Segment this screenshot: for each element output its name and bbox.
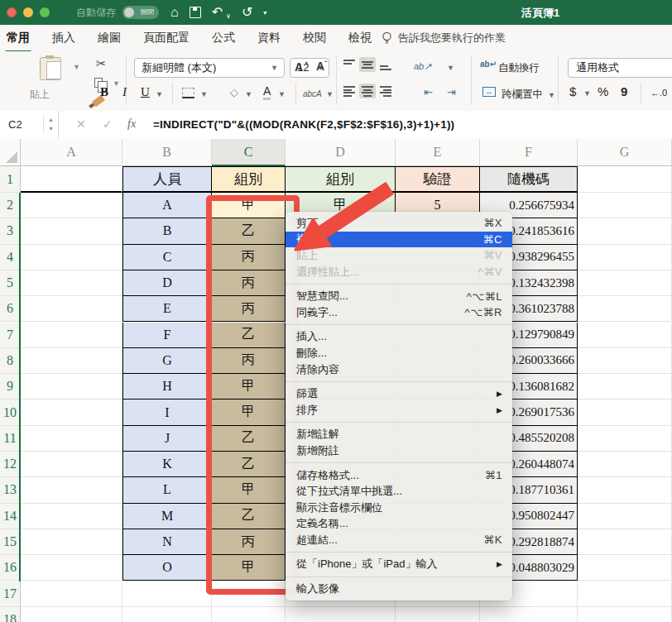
align-bottom-icon[interactable] <box>377 57 394 72</box>
home-icon[interactable]: ⌂ <box>170 6 179 19</box>
cell-A4[interactable] <box>21 245 122 270</box>
cell-G10[interactable] <box>578 400 672 425</box>
cell-E1[interactable]: 驗證 <box>396 166 480 193</box>
cell-B5[interactable]: D <box>122 270 212 296</box>
name-box[interactable]: C2 ▲▼ <box>0 111 59 138</box>
cell-G1[interactable] <box>578 166 672 193</box>
percent-format-icon[interactable]: % <box>598 84 608 98</box>
cell-G18[interactable] <box>578 607 672 622</box>
cell-B7[interactable]: F <box>122 323 212 348</box>
tab-繪圖[interactable]: 繪圖 <box>98 31 121 45</box>
copy-chevron-icon[interactable]: ▼ <box>113 79 120 88</box>
cell-B13[interactable]: L <box>122 477 212 503</box>
cell-G4[interactable] <box>578 245 672 270</box>
cell-A7[interactable] <box>21 323 122 348</box>
cell-A6[interactable] <box>21 296 122 322</box>
cell-B12[interactable]: K <box>122 452 212 477</box>
menu-item-儲存格格式[interactable]: 儲存格格式...⌘1 <box>286 467 512 484</box>
toolbar-more-icon[interactable]: ▾ <box>263 9 266 17</box>
save-icon[interactable] <box>190 7 201 18</box>
shrink-font-icon[interactable]: Aˇ <box>316 60 327 73</box>
menu-item-從「iPhone」或「iPad」輸入[interactable]: 從「iPhone」或「iPad」輸入▶ <box>286 557 512 573</box>
formula-input[interactable]: =INDIRECT("D"&((MOD(RANK(F2,$F$2:$F$16),… <box>153 118 454 131</box>
cell-A18[interactable] <box>21 607 122 622</box>
cell-A1[interactable] <box>21 166 122 193</box>
cell-G3[interactable] <box>578 218 672 244</box>
row-header-17[interactable]: 17 <box>0 581 21 607</box>
cell-B18[interactable] <box>122 607 212 622</box>
tell-me-box[interactable]: 告訴我您要執行的作業 <box>382 31 506 45</box>
cell-A2[interactable] <box>21 193 122 218</box>
column-header-C[interactable]: C <box>212 139 286 166</box>
column-header-D[interactable]: D <box>286 139 396 166</box>
cell-B15[interactable]: N <box>122 529 212 555</box>
menu-item-剪下[interactable]: 剪下⌘X <box>286 215 512 232</box>
cell-D18[interactable] <box>286 607 396 622</box>
fill-color-chevron-icon[interactable]: ▼ <box>245 90 252 98</box>
align-center-icon[interactable] <box>359 84 376 98</box>
cell-A12[interactable] <box>21 452 122 477</box>
row-header-6[interactable]: 6 <box>0 296 21 322</box>
menu-item-刪除[interactable]: 刪除... <box>286 345 512 361</box>
bold-button[interactable]: B <box>100 85 108 99</box>
orientation-chevron-icon[interactable]: ▼ <box>447 64 454 72</box>
row-header-5[interactable]: 5 <box>0 270 21 296</box>
text-effects-chevron-icon[interactable]: ▼ <box>326 90 334 98</box>
menu-item-篩選[interactable]: 篩選▶ <box>286 385 512 402</box>
cell-B17[interactable] <box>122 581 212 607</box>
cell-C18[interactable] <box>212 607 286 622</box>
menu-item-新增註解[interactable]: 新增註解 <box>286 427 512 443</box>
zoom-window-button[interactable] <box>40 7 50 17</box>
row-header-18[interactable]: 18 <box>0 607 21 622</box>
redo-icon[interactable]: ↺ <box>242 6 252 19</box>
paste-button-label[interactable]: 貼上 <box>30 88 50 102</box>
column-header-B[interactable]: B <box>122 139 212 166</box>
cell-A10[interactable] <box>21 400 122 425</box>
cell-A13[interactable] <box>21 477 122 503</box>
paste-icon[interactable] <box>40 57 61 80</box>
menu-item-輸入影像[interactable]: 輸入影像 <box>286 581 512 597</box>
tab-常用[interactable]: 常用 <box>7 31 30 45</box>
currency-chevron-icon[interactable]: ▼ <box>583 89 591 98</box>
cell-A3[interactable] <box>21 218 122 244</box>
cell-G6[interactable] <box>578 296 672 322</box>
row-header-15[interactable]: 15 <box>0 529 21 555</box>
row-header-16[interactable]: 16 <box>0 555 21 581</box>
cell-D1[interactable]: 組別 <box>286 166 396 193</box>
row-header-10[interactable]: 10 <box>0 400 21 425</box>
cell-B4[interactable]: C <box>122 245 212 270</box>
borders-chevron-icon[interactable]: ▼ <box>200 90 208 98</box>
cell-B11[interactable]: J <box>122 426 212 452</box>
row-header-2[interactable]: 2 <box>0 193 21 218</box>
autosave-toggle[interactable]: 關閉 <box>122 6 159 19</box>
paste-chevron-icon[interactable]: ▼ <box>73 63 80 71</box>
cell-G7[interactable] <box>578 323 672 348</box>
row-header-3[interactable]: 3 <box>0 218 21 244</box>
undo-icon[interactable]: ↶ <box>212 6 223 19</box>
cell-G5[interactable] <box>578 270 672 296</box>
cell-G2[interactable] <box>578 193 672 218</box>
menu-item-同義字[interactable]: 同義字...^⌥⌘R <box>286 304 512 321</box>
cell-A14[interactable] <box>21 504 122 529</box>
cell-G12[interactable] <box>578 452 672 477</box>
menu-item-排序[interactable]: 排序▶ <box>286 402 512 419</box>
increase-decimal-icon[interactable]: ←.0 <box>650 88 667 98</box>
cell-G15[interactable] <box>578 529 672 555</box>
row-header-12[interactable]: 12 <box>0 452 21 477</box>
menu-item-從下拉式清單中挑選[interactable]: 從下拉式清單中挑選... <box>286 483 512 500</box>
menu-item-清除內容[interactable]: 清除內容 <box>286 361 512 378</box>
orientation-icon[interactable]: ab↗ <box>414 61 431 72</box>
cell-F18[interactable] <box>480 607 578 622</box>
align-right-icon[interactable] <box>377 84 394 98</box>
row-header-9[interactable]: 9 <box>0 374 21 400</box>
wrap-text-icon[interactable]: ab↵ <box>480 60 497 69</box>
menu-item-顯示注音標示欄位[interactable]: 顯示注音標示欄位 <box>286 500 512 516</box>
cell-B14[interactable]: M <box>122 504 212 529</box>
tab-插入[interactable]: 插入 <box>52 31 75 45</box>
cell-A5[interactable] <box>21 270 122 296</box>
underline-button[interactable]: U <box>141 85 150 99</box>
row-header-7[interactable]: 7 <box>0 323 21 348</box>
merge-center-chevron-icon[interactable]: ▼ <box>548 91 555 99</box>
enter-icon[interactable]: ✓ <box>103 117 113 131</box>
cell-B2[interactable]: A <box>122 193 212 218</box>
